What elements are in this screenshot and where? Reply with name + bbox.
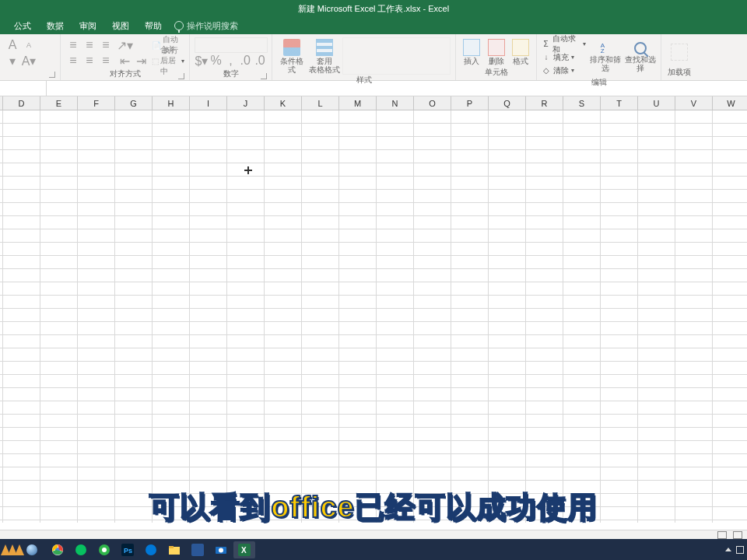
cell[interactable] [153,362,190,374]
cell[interactable] [451,494,489,506]
col-header-F[interactable]: F [78,96,115,110]
cell[interactable] [675,256,713,268]
cell[interactable] [526,401,563,414]
cell[interactable] [377,282,414,295]
cell[interactable] [526,137,563,149]
normal-view-button[interactable] [717,531,727,539]
cell[interactable] [563,454,601,467]
cell[interactable] [227,150,265,163]
cell[interactable] [40,282,78,295]
cell[interactable] [526,269,563,282]
cell[interactable] [339,507,377,520]
cell[interactable] [265,467,302,480]
cell[interactable] [3,309,40,321]
taskbar-app-chrome[interactable] [47,541,68,558]
cell[interactable] [78,190,115,202]
cell[interactable] [713,137,747,149]
cell[interactable] [526,203,563,215]
cell[interactable] [78,375,115,387]
cell[interactable] [563,309,601,321]
cell[interactable] [377,401,414,414]
cell[interactable] [302,494,339,506]
cell[interactable] [526,520,563,523]
cell[interactable] [265,163,302,176]
cell[interactable] [339,388,377,401]
cell[interactable] [451,388,489,401]
cell[interactable] [3,163,40,176]
cell[interactable] [78,520,115,523]
cell[interactable] [638,137,675,149]
cell[interactable] [563,481,601,493]
cell[interactable] [3,124,40,136]
cell[interactable] [302,415,339,427]
cell[interactable] [601,375,638,387]
taskbar-app-excel[interactable]: X [233,541,255,558]
cell[interactable] [489,124,526,136]
cell[interactable] [526,150,563,163]
tab-formulas[interactable]: 公式 [6,17,39,34]
cell[interactable] [377,256,414,268]
cell[interactable] [78,322,115,334]
cell[interactable] [40,163,78,176]
cell[interactable] [78,415,115,427]
cell[interactable] [190,494,227,506]
cell[interactable] [227,282,265,295]
cell[interactable] [3,494,40,506]
cell[interactable] [601,269,638,282]
cell[interactable] [377,428,414,440]
cell[interactable] [227,520,265,523]
cell[interactable] [563,124,601,136]
cell[interactable] [153,190,190,202]
cell[interactable] [713,203,747,215]
cell[interactable] [526,229,563,242]
col-header-L[interactable]: L [302,96,339,110]
orientation-button[interactable]: ↗▾ [117,37,132,53]
cell[interactable] [489,335,526,348]
cell[interactable] [414,243,451,255]
cell[interactable] [526,415,563,427]
cell[interactable] [40,428,78,440]
cell[interactable] [414,481,451,493]
cell[interactable] [601,441,638,453]
cell[interactable] [451,454,489,467]
font-size-decrease-button[interactable]: A [21,37,37,53]
cell[interactable] [3,256,40,268]
cell[interactable] [115,124,153,136]
col-header-N[interactable]: N [377,96,414,110]
cell[interactable] [377,309,414,321]
cell[interactable] [3,229,40,242]
cell[interactable] [526,190,563,202]
cell[interactable] [451,137,489,149]
cell[interactable] [601,520,638,523]
align-middle-button[interactable]: ≡ [82,37,97,53]
cell[interactable] [563,163,601,176]
cell[interactable] [601,401,638,414]
cell[interactable] [377,190,414,202]
cell[interactable] [115,494,153,506]
cell[interactable] [339,296,377,308]
cell[interactable] [489,375,526,387]
cell[interactable] [153,388,190,401]
cell[interactable] [675,520,713,523]
cell[interactable] [601,282,638,295]
cell[interactable] [638,296,675,308]
cell[interactable] [227,124,265,136]
cell[interactable] [489,296,526,308]
delete-cells-button[interactable]: 删除 [486,39,507,65]
cell[interactable] [713,163,747,176]
cell[interactable] [3,375,40,387]
cell[interactable] [638,428,675,440]
format-cells-button[interactable]: 格式 [510,39,531,65]
cell[interactable] [190,388,227,401]
col-header-M[interactable]: M [339,96,377,110]
cell[interactable] [489,229,526,242]
cell[interactable] [451,335,489,348]
cell[interactable] [227,335,265,348]
format-as-table-button[interactable]: 套用 表格格式 [310,39,339,74]
cell[interactable] [489,441,526,453]
cell[interactable] [526,454,563,467]
cell[interactable] [713,428,747,440]
cell[interactable] [265,243,302,255]
cell[interactable] [451,190,489,202]
cell[interactable] [339,362,377,374]
